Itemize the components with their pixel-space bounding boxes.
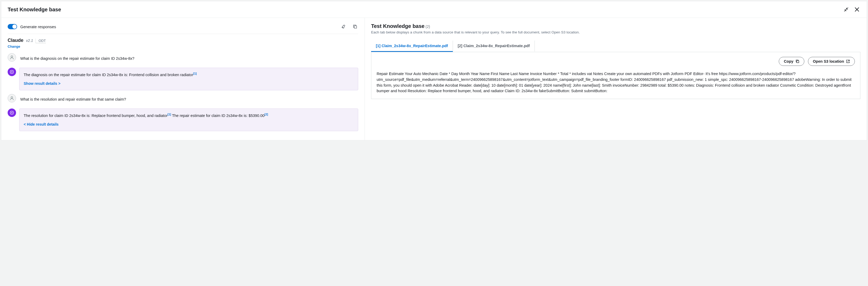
generate-responses-toggle[interactable]	[8, 24, 17, 29]
message-text: What is the resolution and repair estima…	[19, 94, 358, 105]
broom-icon[interactable]	[340, 23, 347, 30]
svg-rect-1	[354, 26, 356, 28]
tab-source-2[interactable]: [2] Claim_2s34w-8x_RepairEstimate.pdf	[453, 40, 535, 52]
message-text: What is the diagnosis on the repair esti…	[19, 53, 358, 64]
svg-line-23	[10, 114, 11, 114]
user-avatar-icon	[8, 53, 16, 62]
sources-description: Each tab below displays a chunk from a d…	[371, 30, 860, 34]
sources-header: Test Knowledge base (2)	[371, 23, 860, 29]
titlebar-actions	[843, 6, 860, 13]
collapse-icon[interactable]	[843, 6, 849, 12]
model-version: v2.1	[26, 38, 33, 42]
svg-line-22	[13, 111, 13, 112]
sources-panel: Test Knowledge base (2) Each tab below d…	[365, 18, 867, 140]
model-info: Claude v2.1 ODT	[8, 38, 358, 43]
svg-rect-25	[797, 61, 799, 63]
chunk-card: Copy Open S3 location Repair Estimate Yo…	[371, 52, 860, 99]
copy-icon[interactable]	[352, 23, 358, 30]
games[interactable]: [2]	[265, 113, 268, 116]
external-link-icon	[846, 59, 850, 63]
close-icon[interactable]	[854, 6, 860, 13]
svg-point-4	[11, 72, 12, 73]
generate-responses-label: Generate responses	[20, 25, 56, 29]
chat-message-ai: The resolution for claim ID 2s34w-8x is:…	[8, 109, 358, 131]
ai-avatar-icon	[8, 109, 16, 117]
user-avatar-icon	[8, 94, 16, 103]
citation-link[interactable]: [1]	[193, 72, 196, 75]
tab-source-1[interactable]: [1] Claim_2s34w-8x_RepairEstimate.pdf	[371, 40, 453, 52]
hide-result-details-link[interactable]: < Hide result details	[24, 122, 59, 126]
chunk-text: Repair Estimate Your Auto Mechanic Date …	[377, 71, 855, 94]
open-s3-button[interactable]: Open S3 location	[808, 57, 855, 66]
citation-link[interactable]: [1]	[167, 113, 171, 116]
svg-line-10	[13, 73, 13, 74]
svg-line-12	[10, 73, 11, 74]
model-odt: ODT	[35, 39, 45, 43]
copy-icon	[796, 59, 799, 63]
message-text-line2: The repair estimate for claim ID 2s34w-8…	[172, 114, 265, 118]
svg-line-21	[13, 114, 13, 114]
svg-point-13	[11, 97, 12, 98]
show-result-details-link[interactable]: Show result details >	[24, 81, 61, 86]
source-tabs: [1] Claim_2s34w-8x_RepairEstimate.pdf [2…	[371, 40, 860, 52]
model-name: Claude	[8, 38, 24, 43]
change-model-link[interactable]: Change	[8, 45, 20, 49]
svg-line-9	[10, 70, 11, 71]
svg-line-11	[13, 70, 13, 71]
chat-message-user: What is the diagnosis on the repair esti…	[8, 53, 358, 64]
sources-count: (2)	[426, 25, 430, 29]
chat-message-ai: The diagnosis on the repair estimate for…	[8, 68, 358, 90]
svg-point-2	[11, 56, 12, 57]
sources-title: Test Knowledge base	[371, 23, 425, 29]
svg-line-20	[10, 111, 11, 112]
chat-panel: Generate responses Claude v2.1 ODT Chang…	[1, 18, 365, 140]
copy-button[interactable]: Copy	[779, 57, 804, 66]
copy-button-label: Copy	[784, 59, 793, 63]
titlebar: Test Knowledge base	[1, 1, 867, 18]
message-text-line1: The resolution for claim ID 2s34w-8x is:…	[24, 114, 167, 118]
chat-message-user: What is the resolution and repair estima…	[8, 94, 358, 105]
svg-point-15	[11, 112, 12, 113]
page-title: Test Knowledge base	[8, 7, 61, 12]
open-s3-button-label: Open S3 location	[813, 59, 844, 63]
message-text: The diagnosis on the repair estimate for…	[24, 73, 193, 77]
ai-avatar-icon	[8, 68, 16, 76]
